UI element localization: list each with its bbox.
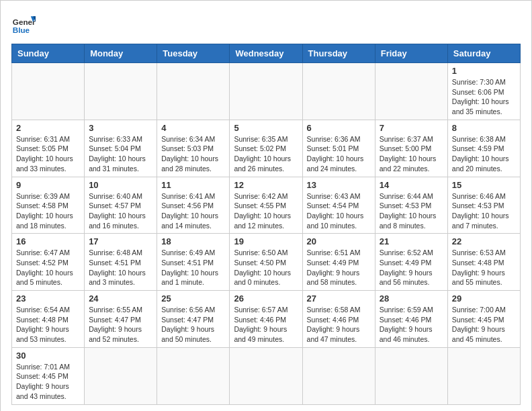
calendar-cell: 14Sunrise: 6:44 AM Sunset: 4:53 PM Dayli… — [375, 177, 447, 234]
day-number: 13 — [307, 180, 371, 190]
calendar-cell — [85, 347, 157, 404]
week-row-2: 2Sunrise: 6:31 AM Sunset: 5:05 PM Daylig… — [12, 120, 521, 177]
day-number: 8 — [452, 123, 516, 133]
day-number: 11 — [161, 180, 225, 190]
calendar-cell: 17Sunrise: 6:48 AM Sunset: 4:51 PM Dayli… — [85, 234, 157, 291]
day-info: Sunrise: 6:48 AM Sunset: 4:51 PM Dayligh… — [89, 248, 152, 287]
day-number: 30 — [16, 351, 80, 361]
calendar-cell: 7Sunrise: 6:37 AM Sunset: 5:00 PM Daylig… — [375, 120, 447, 177]
weekday-header-friday: Friday — [375, 44, 447, 63]
calendar-cell — [230, 63, 302, 120]
weekday-header-row: SundayMondayTuesdayWednesdayThursdayFrid… — [12, 44, 521, 63]
calendar-cell: 19Sunrise: 6:50 AM Sunset: 4:50 PM Dayli… — [230, 234, 302, 291]
day-number: 25 — [161, 293, 225, 304]
day-info: Sunrise: 6:51 AM Sunset: 4:49 PM Dayligh… — [307, 248, 371, 287]
day-info: Sunrise: 6:37 AM Sunset: 5:00 PM Dayligh… — [380, 134, 443, 174]
day-number: 14 — [380, 180, 443, 190]
day-info: Sunrise: 6:40 AM Sunset: 4:57 PM Dayligh… — [89, 191, 152, 231]
day-info: Sunrise: 6:56 AM Sunset: 4:47 PM Dayligh… — [161, 305, 225, 345]
calendar-cell — [230, 347, 302, 404]
day-info: Sunrise: 6:57 AM Sunset: 4:46 PM Dayligh… — [234, 305, 298, 345]
day-info: Sunrise: 6:43 AM Sunset: 4:54 PM Dayligh… — [307, 191, 371, 231]
calendar-cell — [12, 63, 85, 120]
calendar-cell: 18Sunrise: 6:49 AM Sunset: 4:51 PM Dayli… — [157, 234, 230, 291]
logo: General Blue — [11, 11, 36, 36]
calendar-cell: 5Sunrise: 6:35 AM Sunset: 5:02 PM Daylig… — [230, 120, 302, 177]
calendar-cell — [375, 347, 447, 404]
calendar-cell: 28Sunrise: 6:59 AM Sunset: 4:46 PM Dayli… — [375, 291, 447, 348]
weekday-header-wednesday: Wednesday — [230, 44, 302, 63]
calendar-cell: 30Sunrise: 7:01 AM Sunset: 4:45 PM Dayli… — [12, 347, 85, 404]
day-number: 2 — [16, 123, 80, 133]
day-number: 7 — [380, 123, 443, 133]
day-number: 1 — [452, 66, 516, 76]
day-number: 4 — [161, 123, 225, 133]
day-number: 16 — [16, 236, 80, 246]
day-number: 18 — [161, 236, 225, 246]
day-info: Sunrise: 6:34 AM Sunset: 5:03 PM Dayligh… — [161, 134, 225, 174]
day-info: Sunrise: 6:53 AM Sunset: 4:48 PM Dayligh… — [452, 248, 516, 287]
calendar-cell: 26Sunrise: 6:57 AM Sunset: 4:46 PM Dayli… — [230, 291, 302, 348]
day-info: Sunrise: 7:01 AM Sunset: 4:45 PM Dayligh… — [16, 362, 80, 402]
calendar-cell: 9Sunrise: 6:39 AM Sunset: 4:58 PM Daylig… — [12, 177, 85, 234]
day-number: 5 — [234, 123, 298, 133]
calendar-cell — [302, 63, 375, 120]
calendar-cell: 13Sunrise: 6:43 AM Sunset: 4:54 PM Dayli… — [302, 177, 375, 234]
day-info: Sunrise: 6:54 AM Sunset: 4:48 PM Dayligh… — [16, 305, 80, 345]
week-row-4: 16Sunrise: 6:47 AM Sunset: 4:52 PM Dayli… — [12, 234, 521, 291]
calendar-cell — [375, 63, 447, 120]
calendar-table: SundayMondayTuesdayWednesdayThursdayFrid… — [11, 44, 521, 405]
svg-text:Blue: Blue — [13, 26, 30, 34]
weekday-header-sunday: Sunday — [12, 44, 85, 63]
calendar-cell: 10Sunrise: 6:40 AM Sunset: 4:57 PM Dayli… — [85, 177, 157, 234]
day-number: 12 — [234, 180, 298, 190]
calendar-cell — [302, 347, 375, 404]
day-info: Sunrise: 6:47 AM Sunset: 4:52 PM Dayligh… — [16, 248, 80, 287]
day-number: 9 — [16, 180, 80, 190]
calendar-cell: 20Sunrise: 6:51 AM Sunset: 4:49 PM Dayli… — [302, 234, 375, 291]
calendar-cell: 16Sunrise: 6:47 AM Sunset: 4:52 PM Dayli… — [12, 234, 85, 291]
day-info: Sunrise: 6:35 AM Sunset: 5:02 PM Dayligh… — [234, 134, 298, 174]
weekday-header-monday: Monday — [85, 44, 157, 63]
calendar-cell: 3Sunrise: 6:33 AM Sunset: 5:04 PM Daylig… — [85, 120, 157, 177]
calendar-header: General Blue — [11, 11, 521, 36]
day-number: 10 — [89, 180, 152, 190]
day-info: Sunrise: 6:52 AM Sunset: 4:49 PM Dayligh… — [380, 248, 443, 287]
day-number: 6 — [307, 123, 371, 133]
day-number: 17 — [89, 236, 152, 246]
calendar-cell: 8Sunrise: 6:38 AM Sunset: 4:59 PM Daylig… — [447, 120, 520, 177]
day-info: Sunrise: 7:00 AM Sunset: 4:45 PM Dayligh… — [452, 305, 516, 345]
calendar-cell: 12Sunrise: 6:42 AM Sunset: 4:55 PM Dayli… — [230, 177, 302, 234]
day-info: Sunrise: 6:39 AM Sunset: 4:58 PM Dayligh… — [16, 191, 80, 231]
calendar-cell: 21Sunrise: 6:52 AM Sunset: 4:49 PM Dayli… — [375, 234, 447, 291]
calendar-cell: 23Sunrise: 6:54 AM Sunset: 4:48 PM Dayli… — [12, 291, 85, 348]
week-row-1: 1Sunrise: 7:30 AM Sunset: 6:06 PM Daylig… — [12, 63, 521, 120]
weekday-header-saturday: Saturday — [447, 44, 520, 63]
calendar-cell — [447, 347, 520, 404]
logo-icon: General Blue — [11, 11, 36, 36]
weekday-header-thursday: Thursday — [302, 44, 375, 63]
day-info: Sunrise: 6:36 AM Sunset: 5:01 PM Dayligh… — [307, 134, 371, 174]
day-info: Sunrise: 6:31 AM Sunset: 5:05 PM Dayligh… — [16, 134, 80, 174]
calendar-cell: 24Sunrise: 6:55 AM Sunset: 4:47 PM Dayli… — [85, 291, 157, 348]
day-info: Sunrise: 6:49 AM Sunset: 4:51 PM Dayligh… — [161, 248, 225, 287]
day-number: 19 — [234, 236, 298, 246]
calendar-cell: 1Sunrise: 7:30 AM Sunset: 6:06 PM Daylig… — [447, 63, 520, 120]
day-info: Sunrise: 6:33 AM Sunset: 5:04 PM Dayligh… — [89, 134, 152, 174]
day-info: Sunrise: 6:58 AM Sunset: 4:46 PM Dayligh… — [307, 305, 371, 345]
day-info: Sunrise: 6:55 AM Sunset: 4:47 PM Dayligh… — [89, 305, 152, 345]
calendar-cell: 6Sunrise: 6:36 AM Sunset: 5:01 PM Daylig… — [302, 120, 375, 177]
calendar-cell: 4Sunrise: 6:34 AM Sunset: 5:03 PM Daylig… — [157, 120, 230, 177]
week-row-5: 23Sunrise: 6:54 AM Sunset: 4:48 PM Dayli… — [12, 291, 521, 348]
calendar-cell: 29Sunrise: 7:00 AM Sunset: 4:45 PM Dayli… — [447, 291, 520, 348]
weekday-header-tuesday: Tuesday — [157, 44, 230, 63]
day-info: Sunrise: 6:38 AM Sunset: 4:59 PM Dayligh… — [452, 134, 516, 174]
day-info: Sunrise: 6:50 AM Sunset: 4:50 PM Dayligh… — [234, 248, 298, 287]
day-number: 15 — [452, 180, 516, 190]
week-row-3: 9Sunrise: 6:39 AM Sunset: 4:58 PM Daylig… — [12, 177, 521, 234]
day-number: 26 — [234, 293, 298, 304]
calendar-cell: 11Sunrise: 6:41 AM Sunset: 4:56 PM Dayli… — [157, 177, 230, 234]
day-number: 20 — [307, 236, 371, 246]
day-number: 23 — [16, 293, 80, 304]
day-info: Sunrise: 6:41 AM Sunset: 4:56 PM Dayligh… — [161, 191, 225, 231]
